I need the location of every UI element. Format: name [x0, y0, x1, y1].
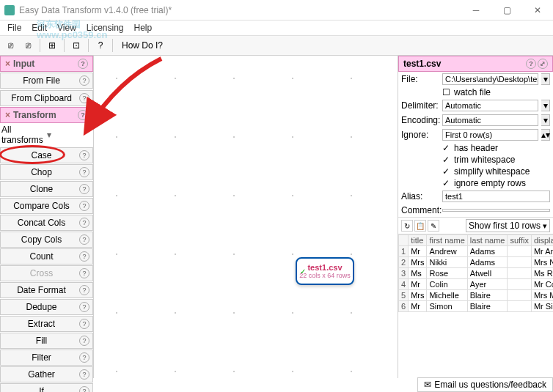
- help-icon[interactable]: ?: [79, 218, 89, 228]
- help-icon[interactable]: ?: [79, 234, 89, 245]
- menu-help[interactable]: Help: [130, 21, 157, 34]
- edit-icon[interactable]: ✎: [428, 220, 439, 232]
- transform-filter[interactable]: All transforms ▾: [0, 123, 93, 147]
- help-icon[interactable]: ?: [526, 59, 536, 69]
- table-row[interactable]: 4MrColinAyerMr Colin: [399, 279, 554, 290]
- tb-zoom-icon[interactable]: ⊡: [69, 38, 84, 53]
- col-header[interactable]: [399, 235, 409, 246]
- tb-left-icon[interactable]: ⎚: [3, 38, 18, 53]
- help-icon[interactable]: ?: [79, 319, 89, 329]
- node-meta: 22 cols x 64 rows: [299, 272, 351, 279]
- watch-file-label: watch file: [454, 87, 491, 97]
- col-header[interactable]: first name: [427, 235, 467, 246]
- transform-chop[interactable]: Chop?: [0, 164, 93, 180]
- help-icon[interactable]: ?: [79, 201, 89, 211]
- help-icon[interactable]: ?: [79, 75, 89, 86]
- help-icon[interactable]: ?: [79, 167, 89, 177]
- chevron-down-icon[interactable]: ▾: [541, 73, 550, 85]
- properties-title: test1.csv: [403, 59, 441, 69]
- expand-icon[interactable]: ⤢: [538, 59, 548, 69]
- collapse-icon[interactable]: ×: [5, 110, 10, 120]
- comment-label: Comment:: [401, 205, 439, 215]
- input-header-label: Input: [13, 59, 34, 69]
- help-icon[interactable]: ?: [78, 110, 88, 120]
- transform-if[interactable]: If?: [0, 383, 93, 392]
- col-header[interactable]: title: [409, 235, 427, 246]
- has-header-checkbox[interactable]: ✓: [442, 143, 451, 153]
- help-icon[interactable]: ?: [79, 285, 89, 295]
- preview-table[interactable]: titlefirst namelast namesuffixdisplay n1…: [398, 234, 553, 378]
- help-icon[interactable]: ?: [79, 150, 89, 160]
- how-do-i-button[interactable]: How Do I?: [117, 39, 167, 52]
- refresh-icon[interactable]: ↻: [401, 220, 413, 232]
- menu-file[interactable]: File: [3, 21, 26, 34]
- ignore-label: Ignore:: [401, 130, 439, 140]
- tb-help-icon[interactable]: ?: [93, 38, 108, 53]
- statusbar[interactable]: ✉ Email us questions/feedback: [417, 377, 553, 392]
- csv-node[interactable]: ✓ test1.csv 22 cols x 64 rows: [296, 257, 354, 285]
- comment-value[interactable]: [442, 209, 550, 212]
- collapse-icon[interactable]: ×: [5, 59, 10, 69]
- mail-icon: ✉: [424, 380, 431, 390]
- alias-value[interactable]: test1: [442, 191, 550, 202]
- trim-whitespace-checkbox[interactable]: ✓: [442, 155, 451, 165]
- transform-concat-cols[interactable]: Concat Cols?: [0, 215, 93, 231]
- transform-filter[interactable]: Filter?: [0, 350, 93, 366]
- chevron-down-icon[interactable]: ▾: [541, 100, 550, 111]
- encoding-value[interactable]: Automatic: [442, 114, 538, 126]
- maximize-button[interactable]: ▢: [491, 0, 522, 21]
- chevron-down-icon: ▾: [47, 130, 92, 140]
- table-row[interactable]: 6MrSimonBlaireMr Simon: [399, 301, 554, 312]
- chevron-down-icon[interactable]: ▾: [541, 114, 550, 126]
- transform-gather[interactable]: Gather?: [0, 366, 93, 382]
- minimize-button[interactable]: ─: [461, 0, 491, 21]
- menu-view[interactable]: View: [53, 21, 81, 34]
- delimiter-value[interactable]: Automatic: [442, 100, 538, 111]
- ignore-value[interactable]: First 0 row(s): [442, 129, 538, 141]
- simplify-whitespace-checkbox[interactable]: ✓: [442, 166, 451, 177]
- close-button[interactable]: ✕: [522, 0, 553, 21]
- canvas[interactable]: ✓ test1.csv 22 cols x 64 rows: [94, 56, 398, 378]
- from-file-button[interactable]: From File?: [0, 73, 93, 89]
- table-row[interactable]: 1MrAndrewAdamsMr Andre: [399, 246, 554, 257]
- file-value[interactable]: C:\Users\andy\Desktop\test1.csv: [442, 73, 538, 85]
- help-icon[interactable]: ?: [79, 386, 89, 392]
- transform-copy-cols[interactable]: Copy Cols?: [0, 232, 93, 248]
- col-header[interactable]: last name: [467, 235, 508, 246]
- menu-edit[interactable]: Edit: [27, 21, 51, 34]
- properties-panel: test1.csv ? ⤢ File:C:\Users\andy\Desktop…: [398, 56, 553, 378]
- tb-right-icon[interactable]: ⎚: [21, 38, 35, 53]
- watch-file-checkbox[interactable]: ☐: [442, 87, 451, 97]
- transform-date-format[interactable]: Date Format?: [0, 282, 93, 298]
- help-icon[interactable]: ?: [79, 369, 89, 380]
- help-icon[interactable]: ?: [79, 184, 89, 194]
- table-row[interactable]: 5MrsMichelleBlaireMrs Mich: [399, 290, 554, 301]
- help-icon[interactable]: ?: [78, 59, 88, 69]
- transform-case[interactable]: Case?: [0, 147, 93, 163]
- help-icon[interactable]: ?: [79, 251, 89, 262]
- table-row[interactable]: 2MrsNikkiAdamsMrs Nikk: [399, 257, 554, 268]
- copy-icon[interactable]: 📋: [414, 220, 426, 232]
- transform-compare-cols[interactable]: Compare Cols?: [0, 198, 93, 214]
- transform-clone[interactable]: Clone?: [0, 181, 93, 197]
- show-rows-select[interactable]: Show first 10 rows ▾: [466, 219, 550, 232]
- from-clipboard-button[interactable]: From Clipboard?: [0, 90, 93, 106]
- ignore-empty-rows-checkbox[interactable]: ✓: [442, 178, 451, 188]
- transform-extract[interactable]: Extract?: [0, 316, 93, 332]
- transform-dedupe[interactable]: Dedupe?: [0, 299, 93, 315]
- tb-center-icon[interactable]: ⊞: [45, 38, 59, 53]
- help-icon[interactable]: ?: [79, 302, 89, 312]
- help-icon[interactable]: ?: [79, 93, 89, 103]
- help-icon[interactable]: ?: [79, 336, 89, 346]
- table-row[interactable]: 3MsRoseAtwellMs Rose: [399, 268, 554, 279]
- help-icon[interactable]: ?: [79, 268, 89, 278]
- left-panel: × Input ? From File? From Clipboard? × T…: [0, 56, 94, 378]
- transform-count[interactable]: Count?: [0, 248, 93, 265]
- col-header[interactable]: display n: [531, 235, 553, 246]
- menu-licensing[interactable]: Licensing: [82, 21, 128, 34]
- stepper-icon[interactable]: ▴▾: [541, 129, 550, 141]
- transform-fill[interactable]: Fill?: [0, 333, 93, 349]
- app-icon: [4, 5, 15, 15]
- help-icon[interactable]: ?: [79, 352, 89, 363]
- col-header[interactable]: suffix: [508, 235, 531, 246]
